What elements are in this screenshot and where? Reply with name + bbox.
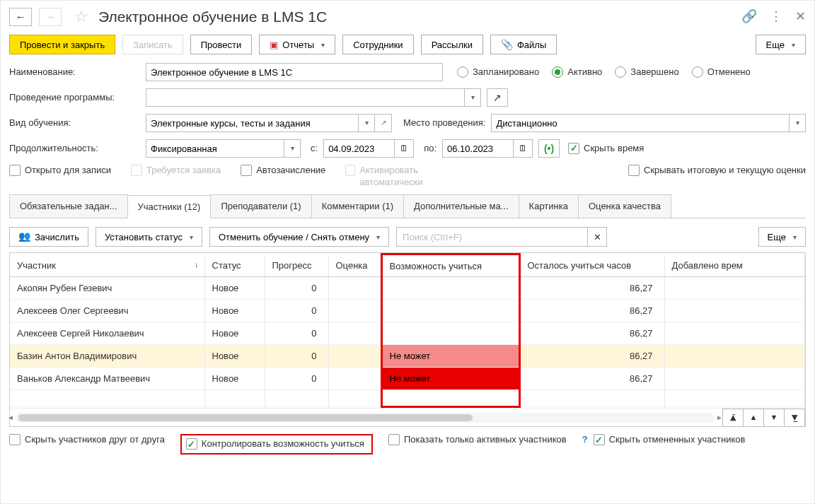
row-up-button[interactable]: ▲ bbox=[743, 409, 764, 427]
hide-from-each-other-checkbox[interactable]: Скрыть участников друг от друга bbox=[9, 434, 165, 446]
sort-asc-icon: ↓ bbox=[195, 260, 199, 269]
radio-circle-icon bbox=[692, 66, 703, 78]
nav-back-button[interactable]: ← bbox=[9, 8, 32, 26]
employees-button[interactable]: Сотрудники bbox=[342, 35, 413, 54]
program-input[interactable] bbox=[146, 88, 464, 107]
more-button[interactable]: Еще bbox=[756, 35, 806, 54]
tab-teachers[interactable]: Преподаватели (1) bbox=[210, 194, 311, 218]
col-ability[interactable]: Возможность учиться bbox=[381, 254, 519, 277]
name-label: Наименование: bbox=[9, 66, 140, 78]
status-radio-planned[interactable]: Запланировано bbox=[457, 66, 539, 78]
status-radio-cancelled[interactable]: Отменено bbox=[692, 66, 751, 78]
save-button: Записать bbox=[122, 35, 183, 54]
status-radio-completed[interactable]: Завершено bbox=[615, 66, 678, 78]
mailings-button[interactable]: Рассылки bbox=[421, 35, 483, 54]
checkbox-icon bbox=[388, 434, 400, 445]
table-row[interactable]: Алексеев Олег Сергеевич Новое 0 86,27 bbox=[10, 300, 805, 322]
tab-mandatory[interactable]: Обязательные задан... bbox=[9, 194, 128, 218]
help-icon[interactable]: ? bbox=[582, 434, 588, 445]
duration-label: Продолжительность: bbox=[9, 143, 140, 154]
row-down-button[interactable]: ▼ bbox=[763, 409, 785, 427]
checkbox-icon bbox=[9, 434, 21, 445]
col-participant[interactable]: Участник ↓ bbox=[10, 254, 204, 277]
tab-participants[interactable]: Участники (12) bbox=[127, 195, 212, 219]
link-icon[interactable]: 🔗 bbox=[741, 9, 757, 25]
show-active-only-checkbox[interactable]: Показать только активных участников bbox=[388, 434, 567, 446]
scroll-right-icon[interactable]: ► bbox=[715, 413, 724, 423]
location-dropdown-button[interactable]: ▾ bbox=[789, 114, 806, 132]
scroll-left-icon[interactable]: ◄ bbox=[6, 413, 16, 423]
col-hours[interactable]: Осталось учиться часов bbox=[519, 254, 664, 277]
row-first-button[interactable]: ▲̄ bbox=[722, 409, 744, 427]
auto-enroll-checkbox[interactable]: Автозачисление bbox=[241, 165, 325, 189]
radio-circle-icon bbox=[615, 66, 626, 78]
hide-time-checkbox[interactable]: Скрыть время bbox=[568, 143, 644, 154]
checkbox-icon bbox=[568, 143, 579, 154]
duration-input[interactable] bbox=[146, 139, 284, 158]
cancel-training-button[interactable]: Отменить обучение / Снять отмену bbox=[209, 227, 389, 247]
files-button[interactable]: 📎 Файлы bbox=[490, 35, 557, 54]
favorite-star-icon[interactable]: ☆ bbox=[74, 8, 88, 26]
duration-dropdown-button[interactable]: ▾ bbox=[284, 139, 301, 158]
row-last-button[interactable]: ▼̲ bbox=[784, 409, 805, 427]
set-status-button[interactable]: Установить статус bbox=[96, 227, 202, 247]
tab-materials[interactable]: Дополнительные ма... bbox=[403, 194, 519, 218]
from-label: с: bbox=[311, 143, 318, 154]
post-button[interactable]: Провести bbox=[190, 35, 253, 54]
checkbox-icon bbox=[628, 165, 640, 176]
paperclip-icon: 📎 bbox=[501, 39, 513, 50]
date-from-input[interactable] bbox=[323, 139, 394, 158]
hide-cancelled-checkbox[interactable]: Скрыть отмененных участников bbox=[594, 434, 746, 446]
needs-request-checkbox: Требуется заявка bbox=[131, 165, 221, 189]
location-label: Место проведения: bbox=[403, 117, 485, 129]
table-row[interactable]: Базин Антон Владимирович Новое 0 Не може… bbox=[10, 345, 805, 368]
name-input[interactable] bbox=[146, 63, 443, 81]
nav-forward-button: → bbox=[39, 8, 62, 26]
period-icon: (•) bbox=[544, 143, 554, 155]
scrollbar-thumb[interactable] bbox=[18, 414, 473, 421]
program-label: Проведение программы: bbox=[9, 92, 140, 103]
people-icon: 👥 bbox=[18, 230, 30, 242]
col-grade[interactable]: Оценка bbox=[328, 254, 381, 277]
status-radio-active[interactable]: Активно bbox=[552, 66, 602, 78]
tab-comments[interactable]: Комментарии (1) bbox=[311, 194, 404, 218]
open-signup-checkbox[interactable]: Открыто для записи bbox=[9, 165, 111, 189]
type-input[interactable] bbox=[146, 114, 358, 132]
program-dropdown-button[interactable]: ▾ bbox=[464, 88, 481, 107]
checkbox-icon bbox=[594, 434, 605, 445]
radio-circle-icon bbox=[457, 66, 468, 78]
enroll-button[interactable]: 👥 Зачислить bbox=[9, 227, 88, 247]
col-status[interactable]: Статус bbox=[204, 254, 265, 277]
checkbox-icon bbox=[9, 165, 21, 176]
type-open-button[interactable]: ↗ bbox=[375, 114, 392, 132]
page-title: Электронное обучение в LMS 1С bbox=[98, 8, 734, 25]
radio-circle-icon bbox=[552, 66, 563, 78]
tab-quality[interactable]: Оценка качества bbox=[578, 194, 671, 218]
close-window-icon[interactable]: ✕ bbox=[795, 9, 806, 25]
table-row[interactable]: Алексеев Сергей Николаевич Новое 0 86,27 bbox=[10, 322, 805, 345]
checkbox-icon bbox=[241, 165, 252, 176]
post-and-close-button[interactable]: Провести и закрыть bbox=[9, 35, 115, 54]
col-progress[interactable]: Прогресс bbox=[265, 254, 328, 277]
date-from-calendar-button[interactable]: 🗓 bbox=[394, 139, 414, 158]
location-input[interactable] bbox=[491, 114, 789, 132]
table-row[interactable]: Акопян Рубен Гезевич Новое 0 86,27 bbox=[10, 277, 805, 300]
participants-more-button[interactable]: Еще bbox=[758, 227, 806, 247]
kebab-menu-icon[interactable]: ⋮ bbox=[770, 9, 782, 25]
type-dropdown-button[interactable]: ▾ bbox=[358, 114, 375, 132]
date-to-input[interactable] bbox=[442, 139, 513, 158]
search-clear-button[interactable]: ✕ bbox=[587, 227, 607, 247]
reports-button[interactable]: ▣ Отчеты bbox=[259, 35, 335, 54]
control-ability-checkbox[interactable]: Контролировать возможность учиться bbox=[186, 438, 364, 450]
date-to-calendar-button[interactable]: 🗓 bbox=[513, 139, 533, 158]
table-row[interactable]: Ваньков Александр Матвеевич Новое 0 Не м… bbox=[10, 368, 805, 390]
participants-table[interactable]: Участник ↓ Статус Прогресс Оценка Возмож… bbox=[10, 253, 805, 408]
col-added[interactable]: Добавлено врем bbox=[664, 254, 805, 277]
tab-image[interactable]: Картинка bbox=[519, 194, 579, 218]
horizontal-scrollbar[interactable]: ◄ ► bbox=[16, 413, 715, 423]
checkbox-icon bbox=[186, 438, 197, 450]
participants-search-input[interactable] bbox=[396, 227, 587, 247]
period-select-button[interactable]: (•) bbox=[538, 139, 560, 158]
hide-grades-checkbox[interactable]: Скрывать итоговую и текущую оценки bbox=[628, 165, 806, 189]
program-open-button[interactable]: ↗ bbox=[487, 88, 508, 107]
